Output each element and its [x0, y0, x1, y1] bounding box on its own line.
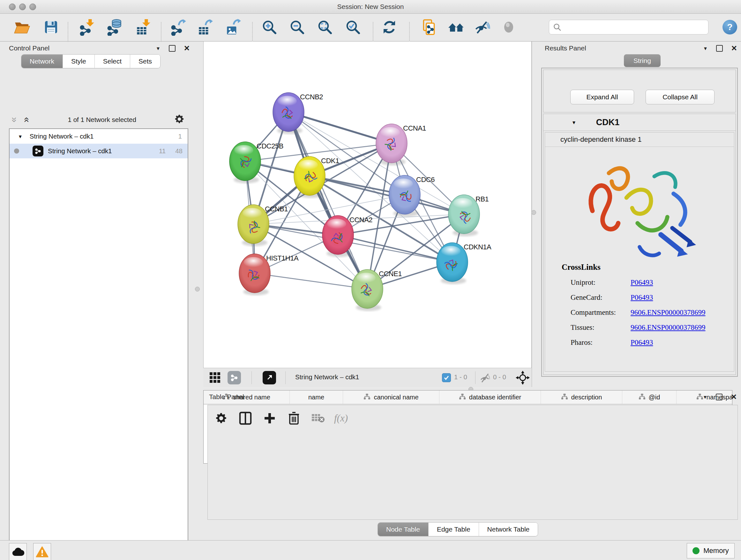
network-edge-CCNB2-CCNA1[interactable] [288, 112, 392, 143]
zoom-out-button[interactable] [288, 18, 306, 36]
table-panel-menu-caret[interactable]: ▼ [703, 394, 708, 400]
collapse-all-networks-icon[interactable]: » [11, 117, 18, 123]
network-options-gear-icon[interactable] [174, 114, 185, 125]
open-session-button[interactable] [13, 18, 30, 36]
memory-button[interactable]: Memory [687, 543, 735, 558]
crosslink-link[interactable]: P06493 [630, 294, 653, 302]
left-splitter-handle[interactable] [195, 287, 200, 292]
table-settings-gear-icon[interactable] [213, 410, 229, 427]
zoom-in-button[interactable] [260, 18, 278, 36]
minimize-window-button[interactable] [19, 3, 26, 10]
control-panel-menu-caret[interactable]: ▼ [156, 46, 160, 51]
column-header-database-identifier[interactable]: database identifier [440, 390, 541, 404]
tab-network[interactable]: Network [21, 55, 63, 68]
results-panel-close-icon[interactable]: ✕ [731, 44, 737, 53]
hidden-node-edge-count: 0 - 0 [493, 373, 506, 381]
control-panel-float-icon[interactable] [169, 45, 176, 52]
table-panel-close-icon[interactable]: ✕ [731, 393, 737, 401]
birdseye-view-icon[interactable] [263, 371, 276, 384]
network-edge-CCNB2-CCNE1[interactable] [288, 112, 367, 289]
network-node-CCNE1[interactable] [352, 269, 383, 308]
crosslink-link[interactable]: 9606.ENSP00000378699 [630, 308, 705, 317]
network-node-CCNB2[interactable] [273, 92, 304, 132]
export-table-button[interactable] [196, 18, 214, 36]
expand-all-button[interactable]: Expand All [570, 90, 634, 105]
toolbar-search[interactable] [549, 20, 709, 35]
maximize-window-button[interactable] [29, 3, 36, 10]
column-header-name[interactable]: name [290, 390, 343, 404]
network-node-CCNA1[interactable] [376, 124, 407, 163]
hide-selected-button[interactable] [473, 18, 491, 36]
center-view-crosshair-icon[interactable] [515, 370, 530, 386]
help-button[interactable]: ? [723, 20, 737, 35]
network-node-CCNA2[interactable] [322, 215, 354, 254]
column-header-description[interactable]: description [541, 390, 622, 404]
grid-view-icon[interactable] [209, 372, 221, 385]
crosslink-link[interactable]: P06493 [630, 338, 653, 347]
tab-network-table[interactable]: Network Table [479, 523, 538, 536]
export-network-button[interactable] [169, 18, 187, 36]
close-window-button[interactable] [9, 3, 16, 10]
right-splitter-handle[interactable] [531, 210, 536, 215]
tab-edge-table[interactable]: Edge Table [428, 523, 479, 536]
network-node-CDC25B[interactable] [229, 142, 261, 181]
search-input[interactable] [564, 23, 704, 31]
zoom-selected-button[interactable] [344, 18, 362, 36]
gene-section: ▼ CDK1 cyclin-dependent kinase 1 [543, 114, 736, 375]
column-header-@id[interactable]: @id [622, 390, 677, 404]
crosslink-label: Pharos: [570, 338, 630, 347]
network-from-selection-button[interactable] [420, 18, 438, 36]
open-folder-icon [15, 22, 28, 26]
warnings-button[interactable] [33, 543, 51, 560]
network-edge-CCNA2-CDKN1A[interactable] [338, 235, 452, 262]
export-image-button[interactable] [224, 18, 242, 36]
network-tree-root-row[interactable]: ▼ String Network – cdk1 1 [10, 129, 188, 144]
export-table-icon [196, 18, 213, 36]
network-node-CDK1[interactable] [294, 157, 325, 195]
results-panel-float-icon[interactable] [716, 45, 723, 52]
import-network-file-button[interactable] [78, 18, 96, 36]
node-label-RB1: RB1 [475, 195, 489, 203]
tab-node-table[interactable]: Node Table [378, 523, 428, 536]
network-selection-status: 1 of 1 Network selected [30, 116, 174, 124]
tab-select[interactable]: Select [95, 55, 130, 68]
node-label-CCNB1: CCNB1 [265, 205, 288, 213]
column-header-canonical-name[interactable]: canonical name [343, 390, 440, 404]
network-node-CDKN1A[interactable] [436, 243, 468, 282]
tab-sets[interactable]: Sets [130, 55, 160, 68]
crosslink-link[interactable]: 9606.ENSP00000378699 [630, 323, 705, 332]
gene-collapse-caret[interactable]: ▼ [571, 120, 576, 125]
network-canvas[interactable]: CCNB2CCNA1CDC25BCDK1CDC6RB1CCNB1CCNA2CDK… [203, 42, 532, 368]
network-node-CCNB1[interactable] [238, 205, 269, 244]
zoom-fit-button[interactable] [316, 18, 334, 36]
network-edge-HIST1H1A-CCNE1[interactable] [255, 273, 367, 289]
tree-expand-caret[interactable]: ▼ [18, 134, 23, 139]
table-panel-float-icon[interactable] [716, 394, 723, 400]
selected-checkbox-icon[interactable] [442, 373, 451, 382]
network-node-RB1[interactable] [448, 195, 480, 234]
network-share-icon[interactable] [227, 371, 241, 384]
cloud-button[interactable] [9, 543, 27, 560]
import-table-button[interactable] [134, 18, 152, 36]
network-tree-child-row[interactable]: String Network – cdk1 11 48 [10, 144, 188, 159]
save-session-button[interactable] [42, 18, 60, 36]
show-all-button[interactable] [500, 18, 518, 36]
home-button[interactable] [448, 18, 465, 36]
apply-layout-button[interactable] [381, 18, 398, 36]
results-panel-menu-caret[interactable]: ▼ [703, 46, 708, 51]
add-column-icon[interactable] [261, 410, 278, 427]
show-columns-icon[interactable] [237, 410, 254, 427]
expand-all-networks-icon[interactable]: « [24, 117, 30, 123]
crosslink-link[interactable]: P06493 [630, 278, 653, 287]
collapse-all-button[interactable]: Collapse All [646, 90, 715, 105]
zoom-in-icon [261, 19, 278, 36]
network-node-CDC6[interactable] [389, 175, 420, 214]
tab-string[interactable]: String [624, 54, 661, 67]
network-node-HIST1H1A[interactable] [239, 254, 270, 293]
crosslink-label: Uniprot: [570, 278, 630, 287]
control-panel-close-icon[interactable]: ✕ [184, 44, 190, 53]
zoom-out-icon [289, 19, 306, 36]
import-network-database-button[interactable] [105, 18, 123, 36]
delete-column-icon[interactable] [286, 410, 302, 427]
tab-style[interactable]: Style [63, 55, 95, 68]
